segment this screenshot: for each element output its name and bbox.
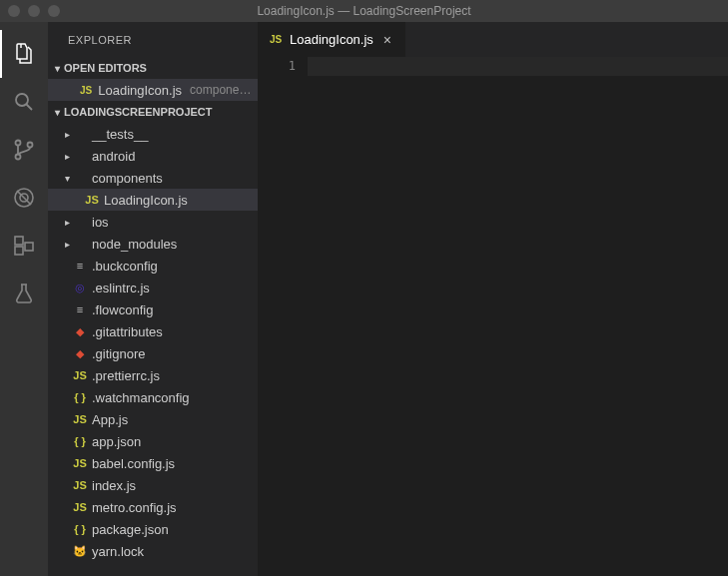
activity-debug[interactable] bbox=[0, 174, 48, 222]
tree-folder[interactable]: ▸ios bbox=[48, 211, 258, 233]
js-file-icon: JS bbox=[72, 367, 88, 383]
svg-point-4 bbox=[28, 143, 33, 148]
js-file-icon: JS bbox=[268, 34, 284, 45]
tree-item-label: .eslintrc.js bbox=[92, 281, 150, 295]
tree-file[interactable]: JSLoadingIcon.js bbox=[48, 189, 258, 211]
close-window-button[interactable] bbox=[8, 5, 20, 17]
svg-point-2 bbox=[16, 141, 21, 146]
chevron-right-icon: ▸ bbox=[62, 239, 72, 250]
file-tree[interactable]: ▸__tests__▸android▾componentsJSLoadingIc… bbox=[48, 123, 258, 576]
bug-icon bbox=[12, 186, 36, 210]
tab-bar: JS LoadingIcon.js × bbox=[258, 22, 728, 57]
folder-icon bbox=[72, 148, 88, 164]
open-editor-item[interactable]: JS LoadingIcon.js compone… bbox=[48, 79, 258, 101]
tree-file[interactable]: { }package.json bbox=[48, 518, 258, 540]
sidebar-title: EXPLORER bbox=[48, 22, 258, 57]
line-number: 1 bbox=[258, 59, 296, 73]
explorer-sidebar: EXPLORER ▾ OPEN EDITORS JS LoadingIcon.j… bbox=[48, 22, 258, 576]
json-file-icon: { } bbox=[72, 389, 88, 405]
tree-item-label: android bbox=[92, 149, 135, 164]
tree-item-label: App.js bbox=[92, 412, 128, 427]
file-file-icon: ≡ bbox=[72, 258, 88, 274]
line-number-gutter: 1 bbox=[258, 57, 308, 576]
tree-item-label: metro.config.js bbox=[92, 500, 177, 515]
chevron-down-icon: ▾ bbox=[52, 107, 62, 118]
chevron-down-icon: ▾ bbox=[62, 173, 72, 184]
window-title: LoadingIcon.js — LoadingScreenProject bbox=[0, 4, 728, 18]
project-label: LOADINGSCREENPROJECT bbox=[64, 106, 213, 118]
tree-item-label: index.js bbox=[92, 478, 136, 493]
tree-file[interactable]: JSApp.js bbox=[48, 408, 258, 430]
tree-file[interactable]: JSindex.js bbox=[48, 474, 258, 496]
tree-folder[interactable]: ▸android bbox=[48, 145, 258, 167]
tree-item-label: .flowconfig bbox=[92, 302, 153, 317]
tree-file[interactable]: JSmetro.config.js bbox=[48, 496, 258, 518]
json-file-icon: { } bbox=[72, 521, 88, 537]
js-file-icon: JS bbox=[72, 455, 88, 471]
tree-file[interactable]: { }.watchmanconfig bbox=[48, 386, 258, 408]
project-header[interactable]: ▾ LOADINGSCREENPROJECT bbox=[48, 101, 258, 123]
svg-line-1 bbox=[27, 105, 33, 111]
activity-source-control[interactable] bbox=[0, 126, 48, 174]
tree-item-label: .gitattributes bbox=[92, 324, 163, 339]
tree-file[interactable]: { }app.json bbox=[48, 430, 258, 452]
tree-item-label: .gitignore bbox=[92, 346, 145, 361]
tree-item-label: .buckconfig bbox=[92, 259, 158, 274]
tab-close-icon[interactable]: × bbox=[379, 32, 395, 48]
tree-folder[interactable]: ▸node_modules bbox=[48, 233, 258, 255]
activity-explorer[interactable] bbox=[0, 30, 48, 78]
window-controls bbox=[0, 5, 60, 17]
chevron-down-icon: ▾ bbox=[52, 63, 62, 74]
current-line-highlight bbox=[308, 57, 728, 76]
svg-rect-9 bbox=[15, 247, 23, 255]
code-area[interactable] bbox=[308, 57, 728, 576]
tree-file[interactable]: ◎.eslintrc.js bbox=[48, 277, 258, 298]
maximize-window-button[interactable] bbox=[48, 5, 60, 17]
tree-folder[interactable]: ▸__tests__ bbox=[48, 123, 258, 145]
tree-file[interactable]: ◆.gitignore bbox=[48, 342, 258, 364]
search-icon bbox=[12, 90, 36, 114]
activity-search[interactable] bbox=[0, 78, 48, 126]
chevron-right-icon: ▸ bbox=[62, 129, 72, 140]
js-file-icon: JS bbox=[84, 192, 100, 208]
open-editors-header[interactable]: ▾ OPEN EDITORS bbox=[48, 57, 258, 79]
tree-file[interactable]: ◆.gitattributes bbox=[48, 320, 258, 342]
folder-icon bbox=[72, 236, 88, 252]
minimize-window-button[interactable] bbox=[28, 5, 40, 17]
tree-item-label: package.json bbox=[92, 522, 169, 537]
file-file-icon: ≡ bbox=[72, 301, 88, 317]
tree-item-label: node_modules bbox=[92, 237, 177, 252]
tree-file[interactable]: ≡.buckconfig bbox=[48, 255, 258, 277]
editor-area: JS LoadingIcon.js × 1 bbox=[258, 22, 728, 576]
beaker-icon bbox=[12, 282, 36, 305]
folder-icon bbox=[72, 170, 88, 186]
tree-file[interactable]: 🐱yarn.lock bbox=[48, 540, 258, 562]
svg-point-3 bbox=[16, 155, 21, 160]
open-editor-name: LoadingIcon.js bbox=[98, 83, 182, 98]
title-bar: LoadingIcon.js — LoadingScreenProject bbox=[0, 0, 728, 22]
chevron-right-icon: ▸ bbox=[62, 217, 72, 228]
tree-item-label: __tests__ bbox=[92, 127, 148, 142]
activity-extensions[interactable] bbox=[0, 222, 48, 270]
git-file-icon: ◆ bbox=[72, 345, 88, 361]
tree-item-label: app.json bbox=[92, 434, 141, 449]
tab-label: LoadingIcon.js bbox=[290, 32, 373, 47]
tree-folder[interactable]: ▾components bbox=[48, 167, 258, 189]
tree-item-label: .prettierrc.js bbox=[92, 368, 160, 383]
tree-item-label: ios bbox=[92, 215, 109, 230]
tree-item-label: babel.config.js bbox=[92, 456, 175, 471]
tree-item-label: LoadingIcon.js bbox=[104, 193, 188, 208]
tree-file[interactable]: JSbabel.config.js bbox=[48, 452, 258, 474]
activity-testing[interactable] bbox=[0, 270, 48, 317]
tree-item-label: yarn.lock bbox=[92, 544, 144, 559]
tree-file[interactable]: ≡.flowconfig bbox=[48, 298, 258, 320]
chevron-right-icon: ▸ bbox=[62, 151, 72, 162]
tree-file[interactable]: JS.prettierrc.js bbox=[48, 364, 258, 386]
editor-body[interactable]: 1 bbox=[258, 57, 728, 576]
js-file-icon: JS bbox=[72, 411, 88, 427]
json-file-icon: { } bbox=[72, 433, 88, 449]
editor-tab[interactable]: JS LoadingIcon.js × bbox=[258, 22, 406, 57]
js-file-icon: JS bbox=[72, 499, 88, 515]
svg-point-0 bbox=[16, 94, 28, 106]
folder-icon bbox=[72, 126, 88, 142]
